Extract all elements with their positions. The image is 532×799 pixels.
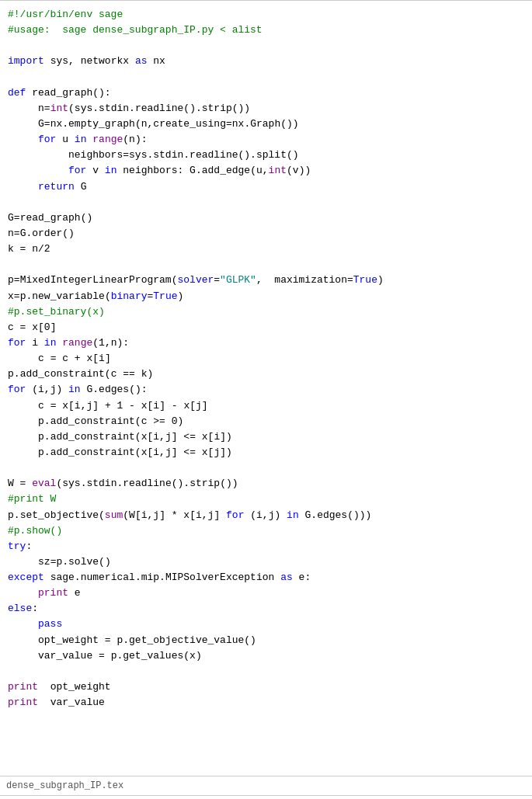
code-line [8, 460, 524, 476]
code-line: c = x[i,j] + 1 - x[i] - x[j] [8, 398, 524, 414]
code-line: for i in range(1,n): [8, 335, 524, 351]
code-line: for u in range(n): [8, 132, 524, 148]
code-line: except sage.numerical.mip.MIPSolverExcep… [8, 570, 524, 585]
code-line: sz=p.solve() [8, 554, 524, 570]
code-line: var_value = p.get_values(x) [8, 648, 524, 664]
code-line [8, 195, 524, 210]
code-line: else: [8, 601, 524, 617]
code-line: c = c + x[i] [8, 351, 524, 366]
code-line: p.set_objective(sum(W[i,j] * x[i,j] for … [8, 508, 524, 523]
code-line: p=MixedIntegerLinearProgram(solver="GLPK… [8, 273, 524, 288]
code-line: x=p.new_variable(binary=True) [8, 289, 524, 304]
code-line: opt_weight = p.get_objective_value() [8, 633, 524, 648]
code-line: n=G.order() [8, 226, 524, 241]
code-line: G=read_graph() [8, 210, 524, 226]
code-line: import sys, networkx as nx [8, 54, 524, 69]
code-line: print e [8, 585, 524, 601]
code-line [8, 257, 524, 273]
code-line: try: [8, 539, 524, 554]
code-line: W = eval(sys.stdin.readline().strip()) [8, 476, 524, 492]
code-line: #!/usr/bin/env sage [8, 7, 524, 23]
code-line: pass [8, 617, 524, 632]
code-line: print var_value [8, 695, 524, 710]
code-line: return G [8, 179, 524, 195]
code-line: for (i,j) in G.edges(): [8, 382, 524, 398]
code-line: p.add_constraint(x[i,j] <= x[i]) [8, 429, 524, 445]
code-line: k = n/2 [8, 241, 524, 257]
code-line: p.add_constraint(c == k) [8, 366, 524, 382]
code-line: p.add_constraint(c >= 0) [8, 414, 524, 429]
code-line: #usage: sage dense_subgraph_IP.py < alis… [8, 23, 524, 38]
code-line [8, 70, 524, 85]
code-line [8, 664, 524, 679]
code-line: c = x[0] [8, 320, 524, 335]
code-line: n=int(sys.stdin.readline().strip()) [8, 101, 524, 116]
code-line: #print W [8, 492, 524, 507]
code-block: #!/usr/bin/env sage#usage: sage dense_su… [0, 0, 532, 776]
code-line: for v in neighbors: G.add_edge(u,int(v)) [8, 163, 524, 179]
code-line: G=nx.empty_graph(n,create_using=nx.Graph… [8, 116, 524, 132]
code-line: def read_graph(): [8, 85, 524, 101]
footer-filename: dense_subgraph_IP.tex [0, 776, 532, 796]
code-line: neighbors=sys.stdin.readline().split() [8, 148, 524, 163]
code-line: #p.show() [8, 523, 524, 539]
code-line: p.add_constraint(x[i,j] <= x[j]) [8, 445, 524, 460]
code-line: #p.set_binary(x) [8, 304, 524, 320]
code-line: print opt_weight [8, 679, 524, 695]
code-line [8, 38, 524, 54]
